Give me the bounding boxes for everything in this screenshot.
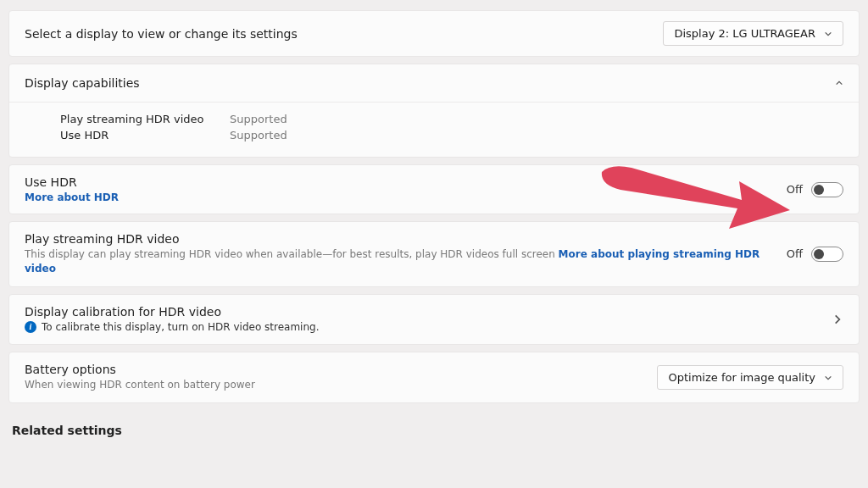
display-selector-label: Select a display to view or change its s… [25, 27, 298, 41]
display-calibration-row[interactable]: Display calibration for HDR video To cal… [9, 295, 859, 345]
display-selector-value: Display 2: LG ULTRAGEAR [674, 27, 815, 40]
chevron-down-icon [824, 374, 832, 382]
display-calibration-title: Display calibration for HDR video [25, 305, 815, 319]
display-capabilities-header[interactable]: Display capabilities [9, 64, 859, 103]
related-settings-heading: Related settings [8, 410, 860, 444]
more-about-hdr-link[interactable]: More about HDR [25, 191, 119, 203]
battery-options-dropdown[interactable]: Optimize for image quality [657, 365, 843, 390]
streaming-hdr-title: Play streaming HDR video [25, 232, 770, 246]
display-capabilities-title: Display capabilities [25, 76, 140, 90]
display-calibration-hint: To calibrate this display, turn on HDR v… [42, 320, 319, 335]
chevron-down-icon [824, 30, 832, 38]
streaming-hdr-toggle-state: Off [787, 247, 803, 260]
use-hdr-toggle[interactable] [811, 182, 843, 197]
display-selector-dropdown[interactable]: Display 2: LG ULTRAGEAR [663, 21, 843, 46]
chevron-up-icon [835, 79, 843, 87]
info-icon [25, 321, 36, 333]
battery-options-sub: When viewing HDR content on battery powe… [25, 378, 640, 392]
battery-options-value: Optimize for image quality [668, 371, 815, 384]
streaming-hdr-sub: This display can play streaming HDR vide… [25, 247, 770, 276]
cap-streaming-val: Supported [230, 113, 287, 125]
cap-usehdr-key: Use HDR [60, 129, 213, 141]
cap-streaming-key: Play streaming HDR video [60, 113, 213, 125]
use-hdr-title: Use HDR [25, 175, 770, 189]
cap-usehdr-val: Supported [230, 129, 287, 141]
battery-options-title: Battery options [25, 363, 640, 376]
display-capabilities-body: Play streaming HDR video Supported Use H… [9, 103, 859, 157]
chevron-right-icon [832, 313, 843, 325]
use-hdr-toggle-state: Off [787, 183, 803, 196]
streaming-hdr-toggle[interactable] [811, 247, 843, 262]
